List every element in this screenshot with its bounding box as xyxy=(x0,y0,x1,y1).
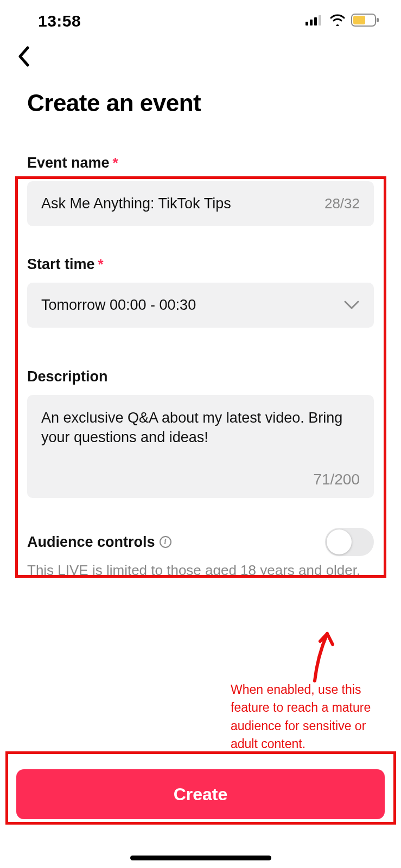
audience-controls-section: Audience controls i This LIVE is limited… xyxy=(0,528,401,580)
back-button[interactable] xyxy=(11,43,37,69)
status-bar: 13:58 xyxy=(0,0,401,38)
description-value: An exclusive Q&A about my latest video. … xyxy=(41,408,360,448)
audience-title-wrap: Audience controls i xyxy=(27,534,171,551)
chevron-down-icon xyxy=(343,297,360,314)
start-time-group: Start time * Tomorrow 00:00 - 00:30 xyxy=(27,256,374,328)
svg-rect-0 xyxy=(305,22,308,25)
nav-bar xyxy=(0,38,401,76)
svg-rect-5 xyxy=(353,16,365,24)
start-time-label-text: Start time xyxy=(27,256,95,273)
chevron-left-icon xyxy=(17,46,31,67)
battery-icon xyxy=(351,14,379,29)
event-name-input[interactable]: Ask Me Anything: TikTok Tips 28/32 xyxy=(27,181,374,226)
annotation-arrow xyxy=(307,629,339,686)
status-icons xyxy=(305,14,379,29)
annotation-text: When enabled, use this feature to reach … xyxy=(231,681,372,753)
signal-icon xyxy=(305,15,324,28)
svg-rect-6 xyxy=(377,18,379,22)
page-title: Create an event xyxy=(0,76,401,122)
toggle-knob xyxy=(327,529,352,554)
audience-subtitle: This LIVE is limited to those aged 18 ye… xyxy=(27,560,374,580)
svg-rect-1 xyxy=(310,20,313,25)
event-name-counter: 28/32 xyxy=(324,195,360,212)
description-group: Description An exclusive Q&A about my la… xyxy=(27,368,374,498)
start-time-select[interactable]: Tomorrow 00:00 - 00:30 xyxy=(27,283,374,328)
event-name-group: Event name * Ask Me Anything: TikTok Tip… xyxy=(27,155,374,226)
description-input[interactable]: An exclusive Q&A about my latest video. … xyxy=(27,395,374,498)
event-form: Event name * Ask Me Anything: TikTok Tip… xyxy=(0,155,401,498)
audience-title: Audience controls xyxy=(27,534,155,551)
wifi-icon xyxy=(329,14,346,28)
description-label: Description xyxy=(27,368,374,385)
info-icon[interactable]: i xyxy=(160,536,171,548)
home-indicator xyxy=(130,856,271,860)
svg-rect-2 xyxy=(314,17,317,25)
start-time-label: Start time * xyxy=(27,256,374,273)
description-label-text: Description xyxy=(27,368,108,385)
start-time-value: Tomorrow 00:00 - 00:30 xyxy=(41,297,196,314)
create-button[interactable]: Create xyxy=(16,769,385,819)
svg-rect-3 xyxy=(319,15,321,25)
required-indicator: * xyxy=(98,256,104,273)
description-counter: 71/200 xyxy=(41,471,360,488)
audience-toggle[interactable] xyxy=(325,528,374,556)
event-name-value: Ask Me Anything: TikTok Tips xyxy=(41,195,231,212)
status-time: 13:58 xyxy=(38,12,81,30)
audience-header: Audience controls i xyxy=(27,528,374,556)
event-name-label-text: Event name xyxy=(27,155,110,171)
create-button-label: Create xyxy=(174,784,228,805)
required-indicator: * xyxy=(113,155,118,171)
event-name-label: Event name * xyxy=(27,155,374,171)
